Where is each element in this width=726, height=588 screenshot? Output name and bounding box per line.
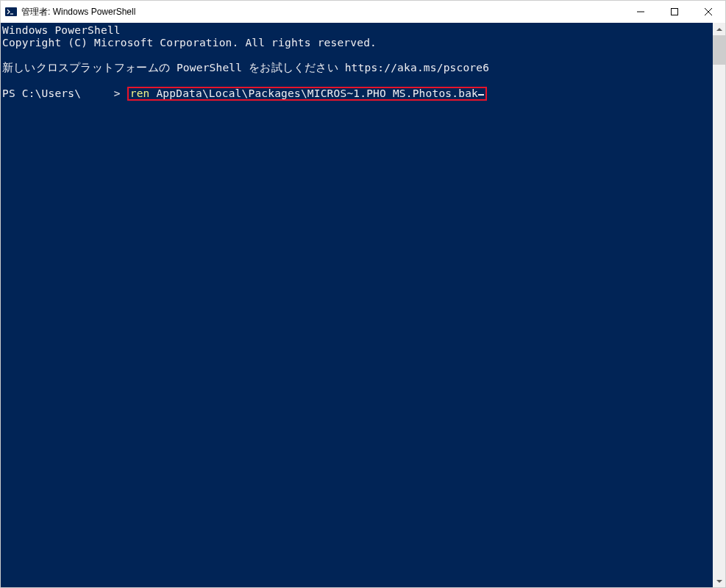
titlebar[interactable]: 管理者: Windows PowerShell [1,1,725,23]
command-args: AppData\Local\Packages\MICROS~1.PHO MS.P… [150,87,479,99]
svg-rect-3 [672,9,678,15]
prompt-user [81,87,114,99]
terminal[interactable]: Windows PowerShell Copyright (C) Microso… [1,23,713,587]
window-title: 管理者: Windows PowerShell [21,6,135,18]
close-button[interactable] [691,1,725,23]
scroll-thumb[interactable] [713,35,725,65]
command-keyword: ren [130,87,150,99]
prompt-path: PS C:\Users\ [2,87,81,99]
minimize-button[interactable] [624,1,658,23]
terminal-line-3: 新しいクロスプラットフォームの PowerShell をお試しください http… [2,62,489,74]
scroll-up-arrow-icon[interactable] [713,23,725,35]
prompt-suffix: > [114,87,127,99]
scroll-down-arrow-icon[interactable] [713,575,725,587]
maximize-button[interactable] [658,1,691,23]
terminal-line-1: Windows PowerShell [2,24,121,36]
powershell-window: 管理者: Windows PowerShell Windows PowerShe… [0,0,726,588]
svg-marker-6 [716,28,722,31]
powershell-icon [5,6,17,18]
svg-rect-0 [5,7,17,16]
vertical-scrollbar[interactable] [713,23,725,587]
terminal-line-2: Copyright (C) Microsoft Corporation. All… [2,37,377,49]
prompt-line: PS C:\Users\ > ren AppData\Local\Package… [2,87,487,99]
content-area: Windows PowerShell Copyright (C) Microso… [1,23,725,587]
command-highlight-box: ren AppData\Local\Packages\MICROS~1.PHO … [127,87,487,101]
cursor [478,94,484,96]
svg-marker-7 [716,580,722,583]
